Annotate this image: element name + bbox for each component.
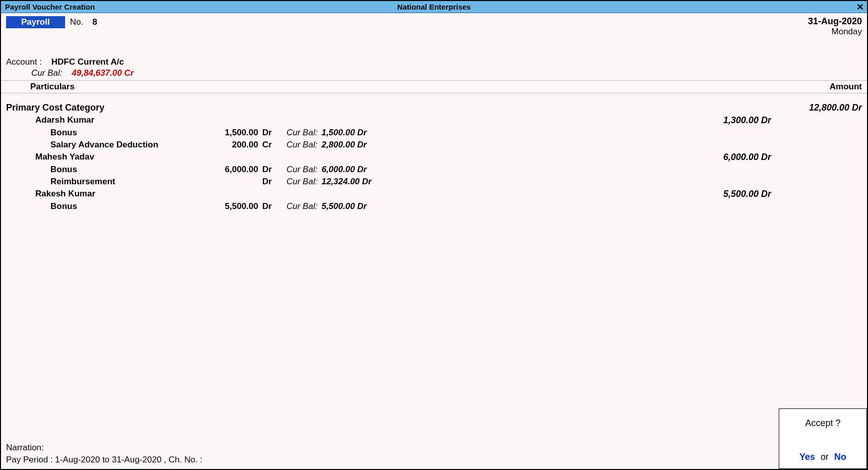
voucher-date[interactable]: 31-Aug-2020	[808, 16, 862, 27]
payhead-drcr: Dr	[258, 201, 278, 212]
payhead-row: Bonus 1,500.00 Dr Cur Bal: 1,500.00 Dr	[6, 128, 862, 138]
account-label: Account :	[6, 57, 42, 67]
payperiod-text[interactable]: Pay Period : 1-Aug-2020 to 31-Aug-2020 ,…	[6, 455, 862, 465]
payhead-curbal-label: Cur Bal:	[278, 165, 317, 175]
voucher-date-block: 31-Aug-2020 Monday	[808, 16, 862, 37]
voucher-no-value[interactable]: 8	[92, 17, 97, 27]
employee-name[interactable]: Rakesh Kumar	[6, 189, 690, 199]
col-particulars: Particulars	[6, 82, 761, 92]
voucher-day: Monday	[808, 27, 862, 37]
payhead-row: Reimbursement Dr Cur Bal: 12,324.00 Dr	[6, 177, 862, 187]
payhead-drcr: Dr	[258, 177, 278, 187]
payhead-curbal-value: 2,800.00 Dr	[317, 140, 367, 150]
account-curbal-label: Cur Bal:	[31, 68, 62, 78]
employee-amount: 5,500.00 Dr	[690, 189, 862, 199]
close-icon[interactable]: ✕	[856, 2, 864, 13]
payhead-amount[interactable]: 200.00	[203, 140, 258, 150]
payhead-row: Salary Advance Deduction 200.00 Cr Cur B…	[6, 140, 862, 150]
voucher-no-label: No.	[70, 17, 83, 27]
employee-row: Adarsh Kumar 1,300.00 Dr	[6, 115, 862, 126]
payhead-curbal-value: 1,500.00 Dr	[317, 128, 367, 138]
payhead-curbal-label: Cur Bal:	[278, 140, 317, 150]
account-name[interactable]: HDFC Current A/c	[51, 57, 124, 67]
accept-dialog: Accept ? Yes or No	[779, 408, 867, 469]
payhead-curbal-label: Cur Bal:	[278, 177, 317, 187]
payhead-curbal-value: 6,000.00 Dr	[317, 165, 367, 175]
title-left: Payroll Voucher Creation	[5, 3, 95, 11]
accept-no-button[interactable]: No	[834, 452, 846, 462]
payhead-name[interactable]: Bonus	[6, 201, 203, 212]
accept-buttons: Yes or No	[799, 452, 846, 462]
payhead-drcr: Cr	[258, 140, 278, 150]
payhead-name[interactable]: Bonus	[6, 165, 203, 175]
voucher-window: Payroll Voucher Creation National Enterp…	[0, 0, 868, 470]
title-center: National Enterprises	[397, 3, 471, 11]
accept-or-text: or	[821, 452, 829, 462]
columns-header: Particulars Amount	[1, 80, 867, 93]
payhead-curbal-value: 12,324.00 Dr	[317, 177, 371, 187]
payhead-row: Bonus 5,500.00 Dr Cur Bal: 5,500.00 Dr	[6, 201, 862, 212]
employee-row: Rakesh Kumar 5,500.00 Dr	[6, 189, 862, 199]
payhead-curbal-value: 5,500.00 Dr	[317, 201, 367, 212]
payhead-row: Bonus 6,000.00 Dr Cur Bal: 6,000.00 Dr	[6, 165, 862, 175]
payhead-drcr: Dr	[258, 128, 278, 138]
employee-amount: 1,300.00 Dr	[690, 115, 862, 126]
category-name[interactable]: Primary Cost Category	[6, 102, 771, 113]
col-amount: Amount	[761, 82, 862, 92]
account-row: Account : HDFC Current A/c	[1, 37, 867, 67]
category-row: Primary Cost Category 12,800.00 Dr	[6, 102, 862, 113]
account-curbal-value: 49,84,637.00 Cr	[72, 68, 134, 78]
employee-name[interactable]: Mahesh Yadav	[6, 152, 690, 163]
title-bar: Payroll Voucher Creation National Enterp…	[1, 1, 867, 13]
payhead-amount[interactable]: 6,000.00	[203, 165, 258, 175]
category-total: 12,800.00 Dr	[771, 102, 862, 113]
payhead-name[interactable]: Reimbursement	[6, 177, 203, 187]
payhead-curbal-label: Cur Bal:	[278, 128, 317, 138]
payhead-name[interactable]: Salary Advance Deduction	[6, 140, 203, 150]
payhead-name[interactable]: Bonus	[6, 128, 203, 138]
voucher-type-badge[interactable]: Payroll	[6, 16, 65, 28]
accept-title: Accept ?	[805, 418, 840, 429]
bottom-area: Narration: Pay Period : 1-Aug-2020 to 31…	[6, 443, 862, 465]
body-area: Primary Cost Category 12,800.00 Dr Adars…	[1, 93, 867, 212]
payhead-amount[interactable]: 5,500.00	[203, 201, 258, 212]
voucher-header: Payroll No. 8 31-Aug-2020 Monday	[1, 13, 867, 37]
narration-label: Narration:	[6, 443, 862, 453]
account-curbal-row: Cur Bal: 49,84,637.00 Cr	[1, 68, 867, 78]
employee-name[interactable]: Adarsh Kumar	[6, 115, 690, 126]
voucher-left: Payroll No. 8	[6, 16, 97, 28]
payhead-curbal-label: Cur Bal:	[278, 201, 317, 212]
payhead-drcr: Dr	[258, 165, 278, 175]
employee-amount: 6,000.00 Dr	[690, 152, 862, 163]
payhead-amount[interactable]: 1,500.00	[203, 128, 258, 138]
accept-yes-button[interactable]: Yes	[799, 452, 815, 462]
employee-row: Mahesh Yadav 6,000.00 Dr	[6, 152, 862, 163]
